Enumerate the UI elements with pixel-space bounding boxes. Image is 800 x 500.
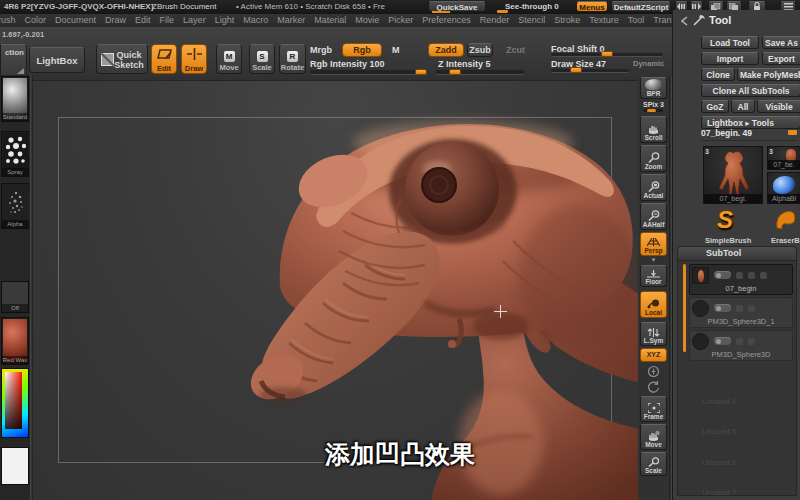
- rotate-button[interactable]: R Rotate: [279, 44, 306, 74]
- menu-layer[interactable]: Layer: [183, 14, 206, 27]
- move-button[interactable]: M Move: [216, 44, 242, 74]
- current-tool-handle[interactable]: [788, 130, 797, 135]
- m-button[interactable]: M: [392, 45, 400, 55]
- subtool-option-icon[interactable]: [748, 272, 755, 279]
- quick-sketch-button[interactable]: Quick Sketch: [96, 44, 148, 74]
- scale-view-button[interactable]: Scale: [640, 452, 667, 476]
- floor-button[interactable]: Floor: [640, 265, 667, 287]
- menu-material[interactable]: Material: [314, 14, 346, 27]
- visibility-toggle[interactable]: [714, 271, 731, 279]
- mrgb-button[interactable]: Mrgb: [310, 45, 332, 55]
- subtool-header[interactable]: SubTool: [678, 247, 796, 261]
- goz-visible-button[interactable]: Visible: [757, 100, 800, 113]
- subtool-option-icon[interactable]: [736, 338, 743, 345]
- z-intensity-handle[interactable]: [449, 69, 461, 75]
- zoom-button[interactable]: Zoom: [640, 145, 667, 172]
- subtool-item[interactable]: PM3D_Sphere3D: [689, 330, 793, 361]
- brush-selector[interactable]: Standard: [1, 76, 29, 122]
- menu-macro[interactable]: Macro: [243, 14, 268, 27]
- spin-r-icon[interactable]: [647, 380, 660, 393]
- zsub-button[interactable]: Zsub: [467, 43, 493, 57]
- z-intensity-slider[interactable]: Z Intensity 5: [438, 59, 491, 69]
- zadd-button[interactable]: Zadd: [428, 43, 464, 57]
- xyz-button[interactable]: XYZ: [640, 348, 667, 362]
- lsym-button[interactable]: L.Sym: [640, 322, 667, 346]
- goz-all-button[interactable]: All: [731, 100, 755, 113]
- texture-selector[interactable]: Off: [1, 281, 29, 313]
- menu-render[interactable]: Render: [480, 14, 510, 27]
- menu-stroke[interactable]: Stroke: [554, 14, 580, 27]
- load-tool-button[interactable]: Load Tool: [701, 36, 759, 49]
- local-button[interactable]: Local: [640, 291, 667, 318]
- subtool-item[interactable]: PM3D_Sphere3D_1: [689, 297, 793, 328]
- rgb-intensity-track[interactable]: [310, 70, 428, 75]
- subtool-option-icon[interactable]: [736, 272, 743, 279]
- simple-brush-icon[interactable]: S: [717, 206, 733, 234]
- menu-stencil[interactable]: Stencil: [518, 14, 545, 27]
- menu-texture[interactable]: Texture: [589, 14, 619, 27]
- recent-tool-thumbnail[interactable]: 3 07_be.: [767, 146, 800, 170]
- save-as-button[interactable]: Save As: [762, 36, 800, 49]
- menu-file[interactable]: File: [160, 14, 175, 27]
- spix-track[interactable]: [643, 109, 663, 112]
- clone-button[interactable]: Clone: [701, 68, 735, 81]
- draw-size-track[interactable]: [551, 69, 629, 73]
- menu-marker[interactable]: Marker: [277, 14, 305, 27]
- menu-tool[interactable]: Tool: [628, 14, 645, 27]
- export-button[interactable]: Export: [762, 52, 800, 65]
- make-polymesh-button[interactable]: Make PolyMesh3D: [737, 68, 800, 81]
- chevron-down-icon[interactable]: ▼: [651, 257, 657, 263]
- spin-y-icon[interactable]: [647, 365, 660, 378]
- actual-button[interactable]: Actual: [640, 174, 667, 201]
- scale-button[interactable]: S Scale: [249, 44, 275, 74]
- menu-preferences[interactable]: Preferences: [422, 14, 471, 27]
- z-intensity-track[interactable]: [436, 70, 524, 75]
- material-selector[interactable]: Red Wax: [1, 317, 29, 365]
- rgb-button[interactable]: Rgb: [342, 43, 382, 57]
- dynamic-toggle[interactable]: Dynamic: [633, 59, 664, 68]
- alpha-brush-thumbnail[interactable]: AlphaBl: [767, 172, 800, 204]
- tool-flyout-partial[interactable]: ction: [0, 44, 27, 78]
- subtool-scrollbar[interactable]: [683, 264, 686, 352]
- current-tool-slider[interactable]: 07_begin. 49: [701, 128, 797, 141]
- clone-all-subtools-button[interactable]: Clone All SubTools: [701, 84, 800, 97]
- menu-movie[interactable]: Movie: [355, 14, 379, 27]
- subtool-item[interactable]: 07_begin: [689, 264, 793, 295]
- visibility-toggle[interactable]: [714, 304, 731, 312]
- menu-transform[interactable]: Transform: [653, 14, 672, 27]
- goz-button[interactable]: GoZ: [701, 100, 729, 113]
- menu-draw[interactable]: Draw: [105, 14, 126, 27]
- visibility-toggle[interactable]: [714, 337, 731, 345]
- draw-size-handle[interactable]: [570, 67, 582, 73]
- move-view-button[interactable]: Move: [640, 424, 667, 450]
- menu-color[interactable]: Color: [25, 14, 47, 27]
- import-button[interactable]: Import: [701, 52, 759, 65]
- rgb-intensity-slider[interactable]: Rgb Intensity 100: [310, 59, 385, 69]
- saturation-square[interactable]: [5, 372, 22, 429]
- bpr-button[interactable]: BPR: [640, 77, 667, 99]
- eraser-brush-icon[interactable]: [773, 208, 797, 232]
- spix-handle[interactable]: [647, 109, 656, 112]
- persp-button[interactable]: Persp: [640, 232, 667, 256]
- active-tool-thumbnail[interactable]: 3 07_begi.: [703, 146, 763, 204]
- spix-slider[interactable]: SPix 3: [643, 101, 664, 114]
- see-through-slider[interactable]: See-through 0: [505, 0, 559, 14]
- edit-button[interactable]: Edit: [151, 44, 177, 74]
- aahalf-button[interactable]: AAHalf: [640, 203, 667, 230]
- menu-light[interactable]: Light: [215, 14, 235, 27]
- subtool-option-icon[interactable]: [748, 338, 755, 345]
- focal-shift-handle[interactable]: [601, 51, 613, 57]
- lightbox-button[interactable]: LightBox: [29, 47, 85, 73]
- frame-button[interactable]: Frame: [640, 396, 667, 422]
- menu-brush[interactable]: Brush: [0, 14, 16, 27]
- default-zscript-button[interactable]: DefaultZScript: [611, 1, 671, 12]
- subtool-option-icon[interactable]: [760, 272, 767, 279]
- subtool-option-icon[interactable]: [736, 305, 743, 312]
- subtool-option-icon[interactable]: [748, 305, 755, 312]
- focal-shift-track[interactable]: [551, 53, 663, 57]
- menus-button[interactable]: Menus: [576, 1, 608, 12]
- zcut-button[interactable]: Zcut: [506, 45, 525, 55]
- menu-document[interactable]: Document: [55, 14, 96, 27]
- stroke-selector[interactable]: Spray: [1, 131, 29, 177]
- menu-picker[interactable]: Picker: [388, 14, 413, 27]
